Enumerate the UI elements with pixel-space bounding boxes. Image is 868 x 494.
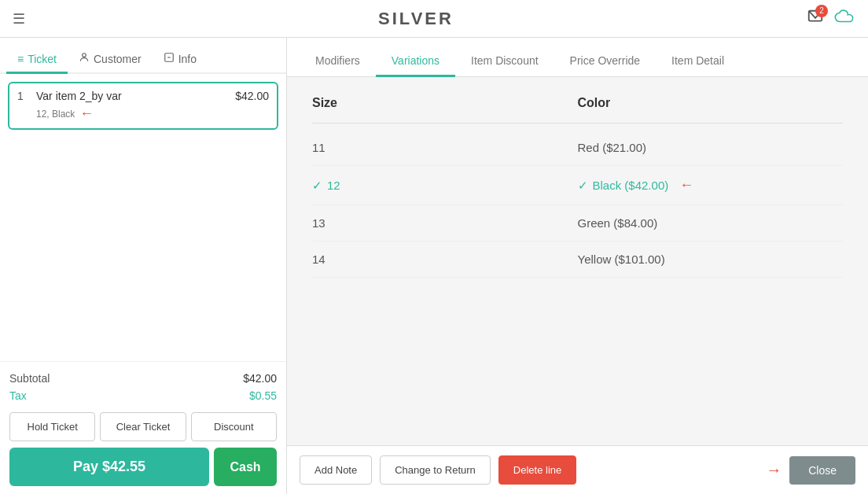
pay-button[interactable]: Pay $42.55 [9, 448, 209, 486]
tab-ticket[interactable]: ≡ Ticket [6, 46, 68, 74]
subtotal-row: Subtotal $42.00 [9, 370, 277, 387]
item-name: Var item 2_by var [36, 90, 229, 102]
color-value-4: Yellow ($101.00) [578, 253, 665, 266]
color-row-3[interactable]: Green ($84.00) [578, 205, 844, 241]
hamburger-icon[interactable]: ☰ [13, 10, 25, 28]
item-qty: 1 [17, 90, 30, 102]
header-left: ☰ [13, 10, 25, 28]
header: ☰ SILVER 2 [0, 0, 868, 38]
left-tabs: ≡ Ticket Customer Info [0, 38, 286, 74]
size-value-4: 14 [312, 253, 326, 266]
right-tabs: Modifiers Variations Item Discount Price… [287, 38, 868, 77]
delete-line-button[interactable]: Delete line [498, 455, 576, 485]
size-value-1: 11 [312, 141, 326, 154]
tax-label: Tax [9, 389, 27, 402]
close-button[interactable]: Close [789, 456, 855, 485]
tab-customer[interactable]: Customer [68, 46, 153, 74]
color-value-1: Red ($21.00) [578, 141, 647, 154]
right-footer: Add Note Change to Return Delete line → … [287, 445, 868, 494]
size-row-3[interactable]: 13 [312, 205, 578, 241]
color-value-2: Black ($42.00) [593, 179, 669, 192]
close-arrow: → [766, 461, 782, 479]
item-variant-arrow: ← [79, 105, 94, 122]
color-value-3: Green ($84.00) [578, 216, 658, 230]
tab-price-override[interactable]: Price Override [554, 46, 656, 77]
app-title: SILVER [378, 9, 454, 29]
cloud-icon [833, 9, 855, 29]
notification-button[interactable]: 2 [807, 9, 824, 29]
size-row-1[interactable]: 11 [312, 130, 578, 166]
size-header: Size [312, 96, 578, 124]
cash-button[interactable]: Cash [214, 448, 277, 486]
notification-count: 2 [815, 5, 828, 17]
left-panel: ≡ Ticket Customer Info 1 Var item 2_ [0, 38, 287, 494]
subtotal-label: Subtotal [9, 372, 50, 385]
variations-grid: Size Color 11 Red ($21.00) ✓ 12 ✓ Black … [312, 96, 843, 278]
size-value-2: 12 [327, 179, 340, 192]
color-header: Color [578, 96, 844, 124]
tab-item-discount[interactable]: Item Discount [455, 46, 554, 77]
color-selected-arrow: ← [679, 177, 693, 194]
customer-icon [79, 52, 90, 65]
size-row-4[interactable]: 14 [312, 241, 578, 278]
info-icon [164, 52, 175, 65]
add-note-button[interactable]: Add Note [300, 455, 372, 485]
action-buttons: Hold Ticket Clear Ticket Discount [9, 412, 277, 441]
tax-value: $0.55 [249, 389, 277, 402]
variations-content: Size Color 11 Red ($21.00) ✓ 12 ✓ Black … [287, 77, 868, 445]
right-panel: Modifiers Variations Item Discount Price… [287, 38, 868, 494]
tab-variations[interactable]: Variations [376, 46, 455, 77]
svg-point-1 [83, 53, 86, 57]
size-value-3: 13 [312, 216, 326, 230]
hold-ticket-button[interactable]: Hold Ticket [9, 412, 95, 441]
change-to-return-button[interactable]: Change to Return [380, 455, 491, 485]
tab-info[interactable]: Info [153, 46, 208, 74]
size-row-2[interactable]: ✓ 12 [312, 166, 578, 205]
ticket-items: 1 Var item 2_by var $42.00 12, Black ← [0, 74, 286, 361]
item-variant: 12, Black [36, 109, 75, 120]
item-price: $42.00 [235, 90, 269, 102]
tab-item-detail[interactable]: Item Detail [656, 46, 740, 77]
pay-row: Pay $42.55 Cash [9, 448, 277, 486]
tax-row: Tax $0.55 [9, 387, 277, 404]
discount-button[interactable]: Discount [191, 412, 277, 441]
subtotal-value: $42.00 [243, 372, 277, 385]
tab-modifiers[interactable]: Modifiers [300, 46, 376, 77]
color-row-2[interactable]: ✓ Black ($42.00) ← [578, 166, 844, 205]
color-check-2: ✓ [578, 179, 588, 193]
clear-ticket-button[interactable]: Clear Ticket [100, 412, 186, 441]
color-row-4[interactable]: Yellow ($101.00) [578, 241, 844, 278]
left-bottom: Subtotal $42.00 Tax $0.55 Hold Ticket Cl… [0, 361, 286, 494]
color-row-1[interactable]: Red ($21.00) [578, 130, 844, 166]
ticket-icon: ≡ [17, 53, 24, 65]
ticket-item[interactable]: 1 Var item 2_by var $42.00 12, Black ← [8, 82, 278, 130]
main-layout: ≡ Ticket Customer Info 1 Var item 2_ [0, 38, 868, 494]
header-right: 2 [807, 9, 855, 29]
size-check-2: ✓ [312, 179, 322, 193]
